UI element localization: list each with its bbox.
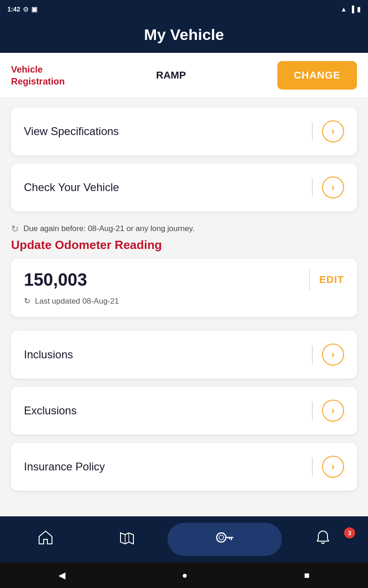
- exclusions-label: Exclusions: [24, 404, 77, 417]
- android-nav: ◀ ● ■: [0, 562, 368, 588]
- due-notice: ↻ Due again before: 08-Aug-21 or any lon…: [0, 220, 368, 236]
- page-title: My Vehicle: [144, 26, 224, 43]
- due-notice-text: Due again before: 08-Aug-21 or any long …: [23, 224, 195, 233]
- notifications-badge: 3: [344, 527, 355, 538]
- android-back[interactable]: ◀: [58, 570, 65, 581]
- last-updated-text: Last updated 08-Aug-21: [35, 297, 119, 306]
- chevron-right-icon: ›: [322, 120, 344, 142]
- bell-icon: [315, 529, 331, 549]
- vehicle-name: RAMP: [65, 69, 277, 81]
- odometer-section: Update Odometer Reading 150,003 EDIT ↻ L…: [0, 236, 368, 317]
- refresh-icon: ↻: [24, 296, 30, 306]
- insurance-policy-card[interactable]: Insurance Policy ›: [11, 443, 357, 491]
- status-time: 1:42: [7, 6, 20, 13]
- odometer-edit-button[interactable]: EDIT: [319, 274, 344, 286]
- divider: [309, 270, 310, 290]
- nav-home[interactable]: [5, 529, 86, 549]
- inclusions-card-right: ›: [312, 344, 344, 366]
- divider: [312, 178, 313, 197]
- map-icon: [119, 529, 135, 549]
- divider: [312, 345, 313, 364]
- check-vehicle-card-right: ›: [312, 176, 344, 198]
- bottom-nav: 3: [0, 516, 368, 562]
- change-button[interactable]: CHANGE: [277, 61, 357, 90]
- odometer-card: 150,003 EDIT ↻ Last updated 08-Aug-21: [11, 259, 357, 317]
- chevron-right-icon: ›: [322, 344, 344, 366]
- nav-key[interactable]: [167, 523, 282, 556]
- svg-point-1: [219, 535, 224, 540]
- svg-point-0: [217, 533, 226, 542]
- status-bar-right: ▲ ▐ ▮: [340, 6, 361, 13]
- inclusions-card-left: Inclusions: [24, 348, 312, 361]
- wifi-icon: ▲: [340, 6, 347, 13]
- insurance-policy-card-right: ›: [312, 456, 344, 478]
- exclusions-card-left: Exclusions: [24, 404, 312, 417]
- chevron-right-icon: ›: [322, 400, 344, 422]
- inclusions-label: Inclusions: [24, 348, 73, 361]
- odometer-value: 150,003: [24, 270, 87, 290]
- exclusions-card[interactable]: Exclusions ›: [11, 387, 357, 435]
- status-bar-left: 1:42 ⊙ ▣: [7, 6, 37, 13]
- insurance-policy-label: Insurance Policy: [24, 460, 105, 473]
- check-vehicle-card-left: Check Your Vehicle: [24, 181, 312, 194]
- android-home[interactable]: ●: [182, 570, 187, 581]
- odometer-right: EDIT: [309, 270, 344, 290]
- refresh-icon: ↻: [11, 223, 19, 234]
- location-icon: ⊙: [23, 6, 29, 13]
- odometer-title: Update Odometer Reading: [11, 238, 357, 252]
- divider: [312, 401, 313, 420]
- vehicle-registration-label: VehicleRegistration: [11, 63, 65, 87]
- android-recents[interactable]: ■: [304, 570, 310, 581]
- view-specifications-label: View Specifications: [24, 125, 119, 138]
- divider: [312, 458, 313, 476]
- key-icon: [215, 529, 235, 549]
- battery-icon: ▣: [31, 6, 37, 13]
- nav-map[interactable]: [86, 529, 167, 549]
- view-specifications-card-right: ›: [312, 120, 344, 142]
- signal-icon: ▐: [350, 6, 354, 13]
- check-vehicle-card[interactable]: Check Your Vehicle ›: [11, 164, 357, 211]
- insurance-policy-card-left: Insurance Policy: [24, 460, 312, 473]
- divider: [312, 122, 313, 141]
- inclusions-card[interactable]: Inclusions ›: [11, 331, 357, 379]
- exclusions-card-right: ›: [312, 400, 344, 422]
- content-area: View Specifications › Check Your Vehicle…: [0, 98, 368, 516]
- header: My Vehicle: [0, 18, 368, 53]
- odometer-row: 150,003 EDIT: [24, 270, 344, 290]
- check-vehicle-label: Check Your Vehicle: [24, 181, 119, 194]
- chevron-right-icon: ›: [322, 176, 344, 198]
- view-specifications-card[interactable]: View Specifications ›: [11, 107, 357, 155]
- status-bar: 1:42 ⊙ ▣ ▲ ▐ ▮: [0, 0, 368, 18]
- menu-section: View Specifications › Check Your Vehicle…: [0, 98, 368, 211]
- nav-notifications[interactable]: 3: [282, 529, 363, 549]
- home-icon: [37, 529, 54, 549]
- extra-menu-section: Inclusions › Exclusions › Insurance Poli…: [0, 322, 368, 491]
- view-specifications-card-left: View Specifications: [24, 125, 312, 138]
- last-updated: ↻ Last updated 08-Aug-21: [24, 296, 344, 306]
- battery-level-icon: ▮: [357, 6, 361, 13]
- vehicle-info-row: VehicleRegistration RAMP CHANGE: [0, 53, 368, 98]
- chevron-right-icon: ›: [322, 456, 344, 478]
